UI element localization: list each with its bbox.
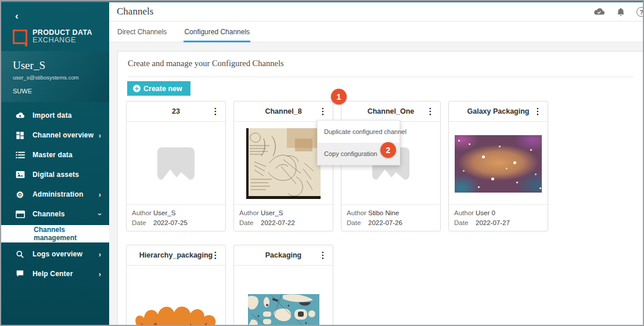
tab-configured-channels[interactable]: Configured Channels <box>184 21 250 42</box>
author-label: Author <box>132 208 153 218</box>
channel-card-23[interactable]: 23 ⋮ AuthorUser_S Date2022-07-25 <box>126 101 226 231</box>
nav-label: Help Center <box>33 270 99 278</box>
card-title: Packaging <box>265 251 302 259</box>
create-new-button[interactable]: + Create new <box>127 81 190 96</box>
collapse-sidebar-icon[interactable]: ‹ <box>15 10 19 22</box>
annotation-step-1-badge: 1 <box>331 89 347 104</box>
list-icon <box>15 150 25 160</box>
nav-label: Master data <box>33 151 101 159</box>
author-value: Stibo Nine <box>368 208 399 218</box>
date-label: Date <box>454 218 476 228</box>
kebab-menu-icon[interactable]: ⋮ <box>318 248 328 262</box>
nav-label: Digital assets <box>33 171 101 179</box>
bell-icon[interactable] <box>617 8 625 17</box>
galaxy-artwork-image <box>455 135 542 193</box>
menu-item-duplicate-configured-channel[interactable]: Duplicate configured channel <box>318 121 400 143</box>
page-title: Channels <box>117 6 153 17</box>
channel-card-hierarchy-packaging[interactable]: Hierarchy_packaging ⋮ <box>126 245 226 326</box>
divider <box>128 77 634 77</box>
configured-channels-panel: Create and manage your Configured Channe… <box>117 51 643 325</box>
author-value: User_S <box>153 208 175 218</box>
gear-icon: ⚙ <box>15 190 25 199</box>
kebab-menu-icon[interactable]: ⋮ <box>318 104 328 118</box>
chevron-down-icon: › <box>95 213 104 215</box>
date-value: 2022-07-27 <box>476 218 510 228</box>
card-title: Channel_8 <box>265 107 301 115</box>
author-label: Author <box>239 208 261 218</box>
window-icon <box>15 209 25 219</box>
nav-label: Import data <box>33 111 101 119</box>
nav-label: Channels <box>33 210 99 218</box>
plus-icon: + <box>133 85 141 92</box>
chevron-right-icon: › <box>99 131 101 140</box>
kebab-menu-icon[interactable]: ⋮ <box>533 104 543 118</box>
grid-icon <box>15 131 25 140</box>
chevron-right-icon: › <box>99 190 101 199</box>
author-label: Author <box>347 208 368 218</box>
product-data-exchange-logo: PRODUCT DATA EXCHANGE <box>13 29 92 44</box>
logo-line2: EXCHANGE <box>33 37 92 44</box>
cloud-sync-icon[interactable] <box>593 8 605 16</box>
sidebar-item-channels-management[interactable]: Channels management <box>1 225 109 242</box>
date-value: 2022-07-26 <box>368 218 402 228</box>
top-header-bar: Channels ? <box>109 2 643 21</box>
card-title: Channel_One <box>368 107 415 115</box>
sidebar-item-logs-overview[interactable]: Logs overview › <box>1 244 109 264</box>
user-email: user_s@stibosystems.com <box>13 74 79 81</box>
chevron-right-icon: › <box>99 270 101 278</box>
search-icon <box>15 249 25 259</box>
sidebar-item-administration[interactable]: ⚙ Administration › <box>1 184 109 204</box>
kebab-menu-icon[interactable]: ⋮ <box>425 104 436 118</box>
create-new-label: Create new <box>143 85 182 93</box>
help-icon[interactable]: ? <box>636 7 644 17</box>
card-title: Hierarchy_packaging <box>139 251 213 259</box>
sidebar-item-help-center[interactable]: Help Center › <box>1 264 109 284</box>
date-label: Date <box>132 218 153 228</box>
sidebar-item-master-data[interactable]: Master data <box>1 145 109 165</box>
pattern-artwork-image <box>248 294 319 326</box>
channel-card-galaxy-packaging[interactable]: Galaxy Packaging ⋮ AuthorUser 0 Date2022… <box>448 101 548 231</box>
author-value: User_S <box>261 208 283 218</box>
sidebar-item-digital-assets[interactable]: Digital assets <box>1 165 109 184</box>
sidebar-nav: Import data Channel overview › Master da… <box>1 106 109 284</box>
date-label: Date <box>347 218 368 228</box>
sidebar: ‹ PRODUCT DATA EXCHANGE User_S user_s@st… <box>1 1 109 325</box>
kebab-menu-icon[interactable]: ⋮ <box>210 248 221 262</box>
channel-card-packaging[interactable]: Packaging ⋮ <box>233 245 333 326</box>
card-title: Galaxy Packaging <box>467 107 529 115</box>
card-title: 23 <box>172 107 180 115</box>
header-icons: ? <box>593 2 643 21</box>
nav-label: Logs overview <box>33 250 99 258</box>
kebab-menu-icon[interactable]: ⋮ <box>210 104 221 118</box>
sidebar-item-channel-overview[interactable]: Channel overview › <box>1 125 109 145</box>
top-accent-line <box>1 1 643 2</box>
image-placeholder-icon <box>157 147 195 180</box>
bowl-artwork-image <box>132 302 220 326</box>
date-value: 2022-07-22 <box>261 218 295 228</box>
chat-icon <box>15 269 25 278</box>
nav-label: Administration <box>33 190 99 198</box>
workspace-name: SUWE <box>13 88 32 95</box>
cloud-upload-icon <box>15 111 25 120</box>
subnav-label: Channels management <box>34 226 109 242</box>
sidebar-item-import-data[interactable]: Import data <box>1 106 109 125</box>
date-value: 2022-07-25 <box>153 218 188 228</box>
tab-direct-channels[interactable]: Direct Channels <box>117 21 167 42</box>
sketch-artwork-image <box>246 128 321 199</box>
chevron-right-icon: › <box>99 250 101 259</box>
author-value: User 0 <box>476 208 495 218</box>
image-icon <box>15 170 25 179</box>
channels-tab-bar: Direct Channels Configured Channels <box>109 21 643 42</box>
sidebar-item-channels[interactable]: Channels › <box>1 204 109 224</box>
user-name: User_S <box>13 59 45 72</box>
nav-label: Channel overview <box>33 131 99 139</box>
panel-title: Create and manage your Configured Channe… <box>128 59 284 68</box>
logo-square-icon <box>13 30 27 44</box>
date-label: Date <box>239 218 261 228</box>
annotation-step-2-badge: 2 <box>380 142 396 158</box>
author-label: Author <box>454 208 476 218</box>
